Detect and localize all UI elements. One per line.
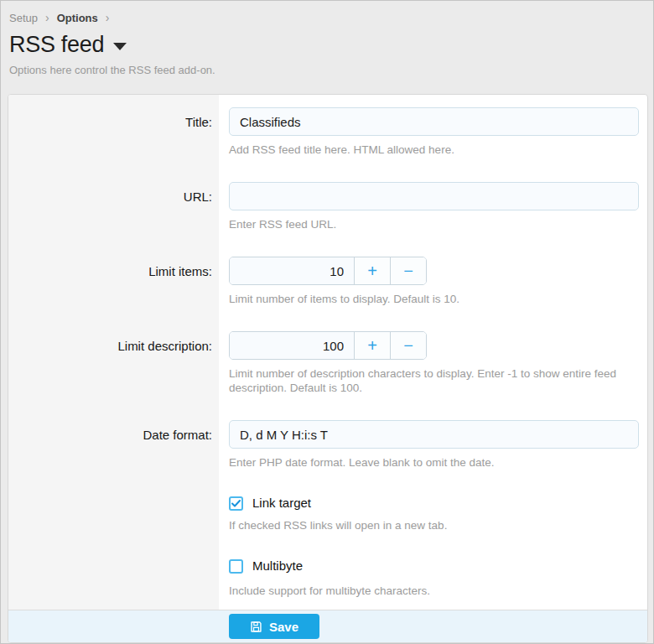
save-button-label: Save bbox=[269, 620, 298, 634]
limit-description-help-text: Limit number of description characters t… bbox=[229, 366, 639, 395]
field-row-limit-items: Limit items: + − Limit number of items t… bbox=[8, 257, 647, 306]
url-input[interactable] bbox=[229, 182, 639, 210]
options-form: Title: Add RSS feed title here. HTML all… bbox=[8, 95, 647, 610]
multibyte-label: Multibyte bbox=[252, 558, 303, 574]
field-row-url: URL: Enter RSS feed URL. bbox=[8, 182, 647, 231]
breadcrumb-separator-icon: › bbox=[106, 11, 110, 24]
limit-description-stepper: + − bbox=[229, 331, 427, 360]
link-target-label: Link target bbox=[252, 495, 311, 512]
empty-label-cell bbox=[8, 558, 219, 598]
title-input[interactable] bbox=[229, 107, 639, 136]
page-title-dropdown[interactable]: RSS feed bbox=[9, 32, 643, 58]
page-header: Setup › Options › RSS feed Options here … bbox=[1, 1, 653, 76]
save-button[interactable]: Save bbox=[229, 614, 319, 639]
limit-description-label: Limit description: bbox=[8, 331, 219, 395]
limit-items-input[interactable] bbox=[230, 257, 354, 284]
field-row-title: Title: Add RSS feed title here. HTML all… bbox=[8, 107, 647, 157]
checkbox-row-multibyte: Multibyte Include support for multibyte … bbox=[8, 558, 647, 598]
link-target-help-text: If checked RSS links will open in a new … bbox=[229, 518, 639, 532]
breadcrumb-separator-icon: › bbox=[45, 11, 49, 24]
breadcrumb-item-options[interactable]: Options bbox=[57, 12, 98, 24]
chevron-down-icon bbox=[113, 43, 127, 50]
breadcrumb-item-setup[interactable]: Setup bbox=[9, 12, 38, 24]
date-format-label: Date format: bbox=[8, 420, 219, 470]
page-title: RSS feed bbox=[9, 32, 104, 58]
panel-footer: Save bbox=[8, 610, 647, 642]
url-help-text: Enter RSS feed URL. bbox=[229, 217, 639, 231]
page: Setup › Options › RSS feed Options here … bbox=[0, 0, 654, 644]
checkbox-icon[interactable] bbox=[229, 559, 243, 574]
limit-description-input[interactable] bbox=[230, 332, 354, 359]
multibyte-help-text: Include support for multibyte characters… bbox=[229, 584, 639, 598]
limit-items-increment-button[interactable]: + bbox=[354, 257, 390, 284]
url-label: URL: bbox=[8, 182, 219, 231]
page-subtitle: Options here control the RSS feed add-on… bbox=[9, 64, 643, 76]
limit-items-decrement-button[interactable]: − bbox=[390, 257, 426, 284]
limit-items-stepper: + − bbox=[229, 257, 427, 285]
checkbox-row-link-target: Link target If checked RSS links will op… bbox=[8, 495, 647, 532]
empty-label-cell bbox=[8, 495, 219, 532]
limit-description-increment-button[interactable]: + bbox=[354, 332, 390, 359]
checkbox-icon[interactable] bbox=[229, 496, 243, 511]
limit-items-label: Limit items: bbox=[8, 257, 219, 306]
link-target-checkbox[interactable]: Link target bbox=[229, 495, 311, 512]
breadcrumb: Setup › Options › bbox=[9, 11, 643, 24]
limit-items-help-text: Limit number of items to display. Defaul… bbox=[229, 292, 639, 306]
check-mark-icon bbox=[231, 500, 241, 507]
date-format-input[interactable] bbox=[229, 420, 639, 449]
title-help-text: Add RSS feed title here. HTML allowed he… bbox=[229, 143, 639, 157]
field-row-date-format: Date format: Enter PHP date format. Leav… bbox=[8, 420, 647, 470]
date-format-help-text: Enter PHP date format. Leave blank to om… bbox=[229, 455, 639, 470]
title-label: Title: bbox=[8, 107, 219, 157]
save-icon bbox=[250, 621, 262, 633]
options-panel: Title: Add RSS feed title here. HTML all… bbox=[8, 94, 648, 643]
field-row-limit-description: Limit description: + − Limit number of d… bbox=[8, 331, 647, 395]
limit-description-decrement-button[interactable]: − bbox=[390, 332, 426, 359]
multibyte-checkbox[interactable]: Multibyte bbox=[229, 558, 303, 574]
